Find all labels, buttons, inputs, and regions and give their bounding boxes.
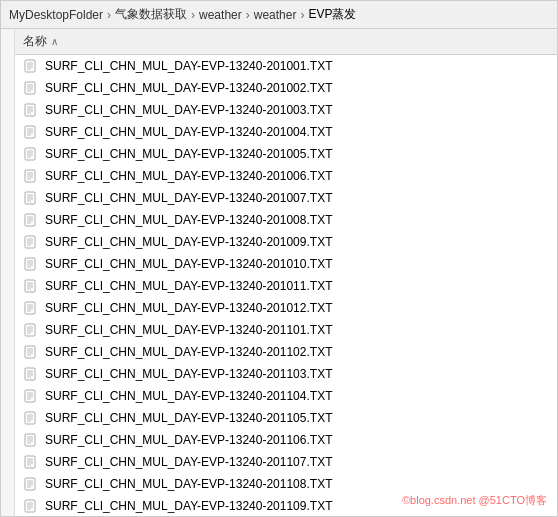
svg-rect-35 bbox=[25, 214, 35, 226]
list-item[interactable]: SURF_CLI_CHN_MUL_DAY-EVP-13240-201005.TX… bbox=[15, 143, 557, 165]
file-name: SURF_CLI_CHN_MUL_DAY-EVP-13240-201006.TX… bbox=[45, 169, 332, 183]
svg-rect-75 bbox=[25, 390, 35, 402]
file-name: SURF_CLI_CHN_MUL_DAY-EVP-13240-201108.TX… bbox=[45, 477, 332, 491]
svg-rect-15 bbox=[25, 126, 35, 138]
file-icon bbox=[23, 300, 39, 316]
list-item[interactable]: SURF_CLI_CHN_MUL_DAY-EVP-13240-201010.TX… bbox=[15, 253, 557, 275]
file-name: SURF_CLI_CHN_MUL_DAY-EVP-13240-201109.TX… bbox=[45, 499, 332, 513]
list-item[interactable]: SURF_CLI_CHN_MUL_DAY-EVP-13240-201006.TX… bbox=[15, 165, 557, 187]
svg-rect-90 bbox=[25, 456, 35, 468]
breadcrumb-item-5: EVP蒸发 bbox=[308, 6, 356, 23]
svg-rect-10 bbox=[25, 104, 35, 116]
file-icon bbox=[23, 168, 39, 184]
list-item[interactable]: SURF_CLI_CHN_MUL_DAY-EVP-13240-201002.TX… bbox=[15, 77, 557, 99]
list-item[interactable]: SURF_CLI_CHN_MUL_DAY-EVP-13240-201007.TX… bbox=[15, 187, 557, 209]
list-item[interactable]: SURF_CLI_CHN_MUL_DAY-EVP-13240-201103.TX… bbox=[15, 363, 557, 385]
file-icon bbox=[23, 366, 39, 382]
svg-rect-95 bbox=[25, 478, 35, 490]
breadcrumb-sep-4: › bbox=[300, 8, 304, 22]
file-list[interactable]: SURF_CLI_CHN_MUL_DAY-EVP-13240-201001.TX… bbox=[15, 55, 557, 516]
breadcrumb-sep-3: › bbox=[246, 8, 250, 22]
breadcrumb-item-2[interactable]: 气象数据获取 bbox=[115, 6, 187, 23]
svg-rect-65 bbox=[25, 346, 35, 358]
list-item[interactable]: SURF_CLI_CHN_MUL_DAY-EVP-13240-201001.TX… bbox=[15, 55, 557, 77]
file-name: SURF_CLI_CHN_MUL_DAY-EVP-13240-201011.TX… bbox=[45, 279, 332, 293]
breadcrumb-item-3[interactable]: weather bbox=[199, 8, 242, 22]
file-icon bbox=[23, 432, 39, 448]
svg-rect-50 bbox=[25, 280, 35, 292]
file-icon bbox=[23, 256, 39, 272]
file-name: SURF_CLI_CHN_MUL_DAY-EVP-13240-201010.TX… bbox=[45, 257, 332, 271]
file-name: SURF_CLI_CHN_MUL_DAY-EVP-13240-201107.TX… bbox=[45, 455, 332, 469]
list-item[interactable]: SURF_CLI_CHN_MUL_DAY-EVP-13240-201012.TX… bbox=[15, 297, 557, 319]
file-name: SURF_CLI_CHN_MUL_DAY-EVP-13240-201012.TX… bbox=[45, 301, 332, 315]
file-name: SURF_CLI_CHN_MUL_DAY-EVP-13240-201103.TX… bbox=[45, 367, 332, 381]
file-name: SURF_CLI_CHN_MUL_DAY-EVP-13240-201007.TX… bbox=[45, 191, 332, 205]
list-item[interactable]: SURF_CLI_CHN_MUL_DAY-EVP-13240-201009.TX… bbox=[15, 231, 557, 253]
main-panel: 名称 ∧ SURF_CLI_CHN_MUL_DAY-EVP-13240-2010… bbox=[15, 29, 557, 516]
file-name: SURF_CLI_CHN_MUL_DAY-EVP-13240-201102.TX… bbox=[45, 345, 332, 359]
file-name: SURF_CLI_CHN_MUL_DAY-EVP-13240-201104.TX… bbox=[45, 389, 332, 403]
svg-rect-0 bbox=[25, 60, 35, 72]
list-item[interactable]: SURF_CLI_CHN_MUL_DAY-EVP-13240-201104.TX… bbox=[15, 385, 557, 407]
breadcrumb[interactable]: MyDesktopFolder › 气象数据获取 › weather › wea… bbox=[1, 1, 557, 29]
list-item[interactable]: SURF_CLI_CHN_MUL_DAY-EVP-13240-201101.TX… bbox=[15, 319, 557, 341]
file-icon bbox=[23, 388, 39, 404]
list-item[interactable]: SURF_CLI_CHN_MUL_DAY-EVP-13240-201108.TX… bbox=[15, 473, 557, 495]
svg-rect-100 bbox=[25, 500, 35, 512]
svg-rect-40 bbox=[25, 236, 35, 248]
list-item[interactable]: SURF_CLI_CHN_MUL_DAY-EVP-13240-201004.TX… bbox=[15, 121, 557, 143]
breadcrumb-item-4[interactable]: weather bbox=[254, 8, 297, 22]
list-item[interactable]: SURF_CLI_CHN_MUL_DAY-EVP-13240-201102.TX… bbox=[15, 341, 557, 363]
breadcrumb-sep-2: › bbox=[191, 8, 195, 22]
file-icon bbox=[23, 498, 39, 514]
column-name-header[interactable]: 名称 ∧ bbox=[23, 33, 58, 50]
file-name: SURF_CLI_CHN_MUL_DAY-EVP-13240-201003.TX… bbox=[45, 103, 332, 117]
file-icon bbox=[23, 190, 39, 206]
file-icon bbox=[23, 344, 39, 360]
file-name: SURF_CLI_CHN_MUL_DAY-EVP-13240-201106.TX… bbox=[45, 433, 332, 447]
file-icon bbox=[23, 58, 39, 74]
list-item[interactable]: SURF_CLI_CHN_MUL_DAY-EVP-13240-201008.TX… bbox=[15, 209, 557, 231]
file-icon bbox=[23, 212, 39, 228]
file-icon bbox=[23, 278, 39, 294]
list-item[interactable]: SURF_CLI_CHN_MUL_DAY-EVP-13240-201003.TX… bbox=[15, 99, 557, 121]
svg-rect-20 bbox=[25, 148, 35, 160]
svg-rect-70 bbox=[25, 368, 35, 380]
file-icon bbox=[23, 234, 39, 250]
list-item[interactable]: SURF_CLI_CHN_MUL_DAY-EVP-13240-201105.TX… bbox=[15, 407, 557, 429]
file-icon bbox=[23, 322, 39, 338]
left-panel bbox=[1, 29, 15, 516]
file-name: SURF_CLI_CHN_MUL_DAY-EVP-13240-201009.TX… bbox=[45, 235, 332, 249]
list-item[interactable]: SURF_CLI_CHN_MUL_DAY-EVP-13240-201011.TX… bbox=[15, 275, 557, 297]
breadcrumb-sep-1: › bbox=[107, 8, 111, 22]
svg-rect-25 bbox=[25, 170, 35, 182]
list-item[interactable]: SURF_CLI_CHN_MUL_DAY-EVP-13240-201109.TX… bbox=[15, 495, 557, 516]
file-name: SURF_CLI_CHN_MUL_DAY-EVP-13240-201001.TX… bbox=[45, 59, 332, 73]
svg-rect-45 bbox=[25, 258, 35, 270]
column-name-label: 名称 bbox=[23, 33, 47, 50]
svg-rect-60 bbox=[25, 324, 35, 336]
file-icon bbox=[23, 80, 39, 96]
breadcrumb-item-1[interactable]: MyDesktopFolder bbox=[9, 8, 103, 22]
svg-rect-55 bbox=[25, 302, 35, 314]
column-header[interactable]: 名称 ∧ bbox=[15, 29, 557, 55]
svg-rect-30 bbox=[25, 192, 35, 204]
sort-arrow-icon: ∧ bbox=[51, 36, 58, 47]
svg-rect-80 bbox=[25, 412, 35, 424]
list-item[interactable]: SURF_CLI_CHN_MUL_DAY-EVP-13240-201106.TX… bbox=[15, 429, 557, 451]
file-name: SURF_CLI_CHN_MUL_DAY-EVP-13240-201005.TX… bbox=[45, 147, 332, 161]
list-item[interactable]: SURF_CLI_CHN_MUL_DAY-EVP-13240-201107.TX… bbox=[15, 451, 557, 473]
file-name: SURF_CLI_CHN_MUL_DAY-EVP-13240-201004.TX… bbox=[45, 125, 332, 139]
file-name: SURF_CLI_CHN_MUL_DAY-EVP-13240-201002.TX… bbox=[45, 81, 332, 95]
file-name: SURF_CLI_CHN_MUL_DAY-EVP-13240-201101.TX… bbox=[45, 323, 332, 337]
file-name: SURF_CLI_CHN_MUL_DAY-EVP-13240-201105.TX… bbox=[45, 411, 332, 425]
file-icon bbox=[23, 146, 39, 162]
file-icon bbox=[23, 102, 39, 118]
file-icon bbox=[23, 124, 39, 140]
file-name: SURF_CLI_CHN_MUL_DAY-EVP-13240-201008.TX… bbox=[45, 213, 332, 227]
svg-rect-85 bbox=[25, 434, 35, 446]
file-icon bbox=[23, 454, 39, 470]
file-icon bbox=[23, 476, 39, 492]
svg-rect-5 bbox=[25, 82, 35, 94]
